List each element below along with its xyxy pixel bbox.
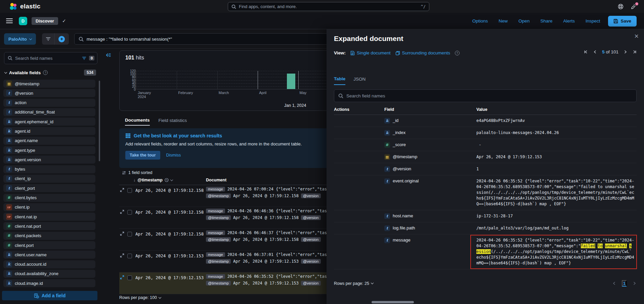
field-row[interactable]: # _score -	[334, 139, 637, 151]
field-item[interactable]: k agent.id	[3, 127, 95, 135]
field-filter-icon[interactable]	[82, 56, 86, 60]
help-circle-icon[interactable]: ?	[455, 51, 460, 55]
expand-document-icon[interactable]	[120, 275, 124, 279]
field-item[interactable]: k agent.ephemeral_id	[3, 118, 95, 126]
field-item[interactable]: k agent.type	[3, 146, 95, 154]
field-item[interactable]: IP client.nat.ip	[3, 213, 95, 221]
elastic-logo[interactable]: elastic	[9, 3, 41, 10]
field-item[interactable]: # client.packets	[3, 232, 95, 240]
single-document-link[interactable]: Single document	[350, 50, 391, 55]
field-row[interactable]: t host.name ip-172-31-28-17	[334, 210, 637, 222]
rows-per-page-control[interactable]: Rows per page: 100	[119, 295, 161, 300]
next-page-icon[interactable]	[632, 281, 637, 286]
filter-icon[interactable]	[42, 33, 55, 45]
row-checkbox[interactable]	[127, 188, 132, 193]
field-item[interactable]: IP client.ip	[3, 203, 95, 211]
field-item[interactable]: t @version	[3, 89, 95, 97]
toolbar-link[interactable]: Options	[467, 18, 493, 24]
field-row[interactable]: k _id e4aPG48BvPtxZFjwrnAv	[334, 115, 637, 127]
field-item[interactable]: # client.port	[3, 241, 95, 249]
add-field-button[interactable]: Add a field	[2, 291, 97, 300]
toolbar-link[interactable]: Alerts	[558, 18, 580, 24]
dismiss-button[interactable]: Dismiss	[166, 153, 181, 158]
page-number[interactable]: 1	[622, 280, 627, 287]
field-item[interactable]: k agent.name	[3, 137, 95, 145]
field-item[interactable]: # client.bytes	[3, 194, 95, 202]
expand-document-icon[interactable]	[120, 188, 124, 192]
breadcrumb[interactable]: Discover	[32, 17, 58, 25]
horizontal-scrollbar[interactable]	[372, 301, 414, 303]
rows-per-page-control[interactable]: Rows per page: 25	[334, 281, 373, 286]
last-document-icon[interactable]	[632, 50, 637, 54]
expand-document-icon[interactable]	[120, 210, 124, 214]
save-button[interactable]: Save	[608, 16, 637, 27]
expand-document-icon[interactable]	[120, 231, 124, 236]
field-item[interactable]: k agent.version	[3, 156, 95, 164]
help-icon[interactable]	[618, 4, 624, 9]
histogram-bar[interactable]	[287, 74, 295, 89]
close-icon[interactable]: ×	[634, 32, 639, 41]
previous-document-icon[interactable]	[593, 50, 597, 54]
plus-icon: +	[58, 36, 65, 42]
field-row[interactable]: t @version 1	[334, 163, 637, 175]
toolbar-link[interactable]: Inspect	[580, 18, 606, 24]
sidebar-scrollbar[interactable]	[99, 81, 100, 161]
field-item[interactable]: k client.user.name	[3, 251, 95, 259]
field-search-box[interactable]: 0	[4, 52, 97, 64]
result-tab[interactable]: Documents	[125, 118, 150, 126]
result-tab[interactable]: Field statistics	[159, 118, 187, 126]
field-item[interactable]: t client_port	[3, 184, 95, 192]
previous-page-icon[interactable]	[612, 281, 616, 286]
field-row[interactable]: t event.original 2024-04-26 06:35:52 {"l…	[334, 175, 637, 210]
first-document-icon[interactable]	[584, 50, 588, 54]
expand-document-icon[interactable]	[120, 253, 124, 258]
query-input[interactable]	[87, 37, 326, 42]
flyout-tab[interactable]: JSON	[353, 76, 366, 85]
documents-stack-icon	[395, 51, 400, 55]
news-icon[interactable]	[631, 4, 637, 9]
field-item[interactable]: # client.nat.port	[3, 222, 95, 230]
next-document-icon[interactable]	[623, 50, 628, 54]
surrounding-documents-link[interactable]: Surrounding documents	[395, 50, 450, 55]
menu-icon[interactable]	[6, 18, 13, 23]
query-input-box[interactable]	[74, 33, 330, 45]
timestamp-column-header[interactable]: ↓ @timestamp	[133, 178, 173, 182]
sorted-fields-control[interactable]: 1 field sorted	[122, 170, 153, 175]
field-row[interactable]: t log.file.path /mnt/palo_alto3/var/log/…	[334, 222, 637, 234]
global-search-input[interactable]	[239, 4, 418, 9]
data-view-picker[interactable]: PaloAlto	[4, 33, 36, 45]
toolbar-link[interactable]: Share	[535, 18, 558, 24]
hits-histogram[interactable]: 020406080100120 January2024FebruaryMarch…	[126, 71, 341, 104]
collapse-sidebar-icon[interactable]	[106, 53, 111, 57]
field-search-input[interactable]	[15, 56, 79, 61]
field-row[interactable]: k _index paloalto-linux-messages-2024.04…	[334, 127, 637, 139]
space-avatar[interactable]: D	[19, 17, 27, 25]
global-search[interactable]: ^/	[228, 2, 429, 11]
field-item[interactable]: k cloud.image.id	[3, 279, 95, 287]
toolbar-link[interactable]: Open	[513, 18, 535, 24]
help-circle-icon[interactable]: ?	[43, 70, 48, 75]
take-tour-button[interactable]: Take the tour	[125, 151, 160, 160]
row-checkbox[interactable]	[127, 275, 132, 280]
row-checkbox[interactable]	[127, 254, 132, 258]
flyout-field-search-input[interactable]	[346, 93, 632, 98]
document-column-header[interactable]: Document	[206, 178, 226, 182]
toolbar-link[interactable]: New	[493, 18, 513, 24]
available-fields-header[interactable]: Available fields ? 534	[5, 70, 96, 76]
row-checkbox[interactable]	[127, 210, 132, 215]
field-item[interactable]: k cloud.account.id	[3, 260, 95, 268]
field-item[interactable]: t additional_time_float	[3, 108, 95, 116]
field-item[interactable]: t action	[3, 99, 95, 107]
field-row[interactable]: t message 2024-04-26 06:35:52 {"level":"…	[334, 234, 637, 269]
field-item[interactable]: t bytes	[3, 165, 95, 173]
flyout-field-search[interactable]	[334, 89, 637, 102]
field-item[interactable]: ▦ @timestamp	[3, 80, 95, 88]
row-actions-cell	[334, 154, 384, 160]
flyout-tab[interactable]: Table	[334, 76, 345, 85]
version-badge: @version	[301, 259, 321, 264]
add-filter-button[interactable]: +	[55, 33, 69, 45]
row-checkbox[interactable]	[127, 232, 132, 236]
field-item[interactable]: t client_ip	[3, 175, 95, 183]
field-item[interactable]: k cloud.availability_zone	[3, 270, 95, 278]
field-row[interactable]: ▦ @timestamp Apr 26, 2024 @ 17:59:12.153	[334, 151, 637, 163]
